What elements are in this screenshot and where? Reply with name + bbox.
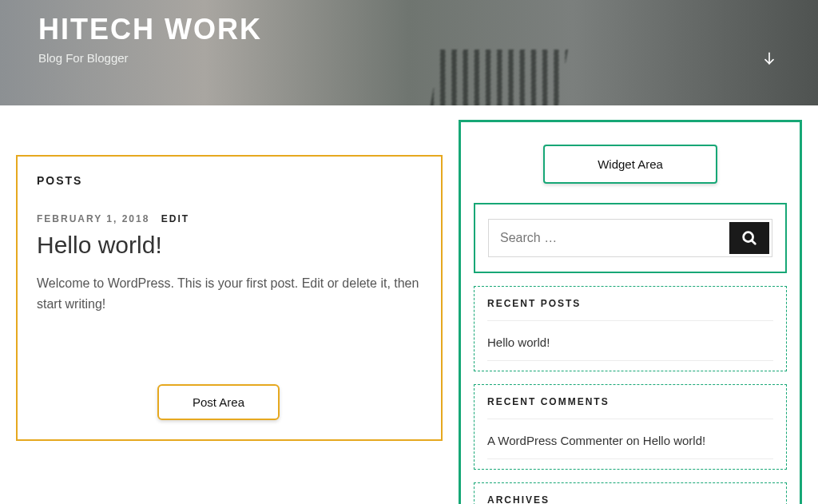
recent-posts-heading: RECENT POSTS — [487, 298, 773, 309]
widget-area-label: Widget Area — [543, 145, 717, 184]
search-widget — [474, 203, 787, 273]
widget-area-annotation: Widget Area RECENT POSTS Hello world! RE… — [459, 120, 802, 504]
search-icon — [741, 229, 758, 247]
search-form — [488, 219, 772, 257]
commenter-link[interactable]: A WordPress Commenter — [487, 434, 623, 447]
post-title-link[interactable]: Hello world! — [37, 232, 422, 259]
posts-heading: POSTS — [37, 174, 422, 187]
comment-connector: on — [623, 434, 643, 447]
site-title[interactable]: HITECH WORK — [38, 13, 780, 46]
search-input[interactable] — [489, 220, 727, 256]
archives-heading: ARCHIVES — [487, 494, 773, 504]
divider — [487, 458, 773, 459]
comment-target-link[interactable]: Hello world! — [643, 434, 705, 447]
site-tagline: Blog For Blogger — [38, 51, 780, 65]
scroll-down-button[interactable] — [757, 46, 781, 70]
recent-comment-item: A WordPress Commenter on Hello world! — [487, 429, 773, 455]
recent-post-link[interactable]: Hello world! — [487, 331, 550, 357]
post-date: FEBRUARY 1, 2018 — [37, 213, 149, 224]
post-meta: FEBRUARY 1, 2018 EDIT — [37, 211, 422, 225]
divider — [487, 320, 773, 321]
post-area-annotation: POSTS FEBRUARY 1, 2018 EDIT Hello world!… — [16, 155, 443, 441]
site-header: HITECH WORK Blog For Blogger — [0, 0, 818, 105]
post-area-label: Post Area — [157, 384, 280, 420]
svg-line-2 — [752, 240, 755, 244]
recent-comments-heading: RECENT COMMENTS — [487, 396, 773, 407]
arrow-down-icon — [761, 50, 777, 66]
divider — [487, 360, 773, 361]
recent-posts-widget: RECENT POSTS Hello world! — [474, 286, 787, 371]
page-body: POSTS FEBRUARY 1, 2018 EDIT Hello world!… — [0, 105, 818, 504]
post-excerpt: Welcome to WordPress. This is your first… — [37, 273, 422, 314]
recent-comments-widget: RECENT COMMENTS A WordPress Commenter on… — [474, 384, 787, 470]
archives-widget: ARCHIVES — [474, 482, 787, 504]
divider — [487, 419, 773, 419]
search-button[interactable] — [729, 222, 769, 254]
post-edit-link[interactable]: EDIT — [161, 213, 189, 224]
